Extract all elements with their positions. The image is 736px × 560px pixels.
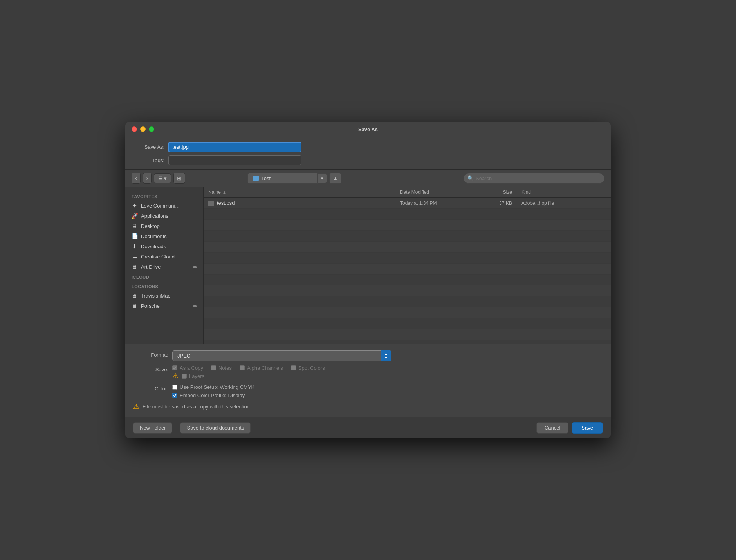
back-button[interactable]: ‹ xyxy=(132,173,141,184)
location-chevron-button[interactable]: ▾ xyxy=(318,173,327,183)
tags-row: Tags: xyxy=(133,155,603,165)
minimize-button[interactable] xyxy=(140,126,146,132)
table-row xyxy=(204,285,611,296)
use-proof-setup-checkbox-row[interactable]: Use Proof Setup: Working CMYK xyxy=(172,384,254,390)
chevron-up-icon: ▲ xyxy=(333,175,338,181)
alpha-channels-label: Alpha Channels xyxy=(247,365,283,371)
new-folder-button[interactable]: New Folder xyxy=(133,422,172,434)
layers-checkbox[interactable] xyxy=(182,374,187,379)
maximize-button[interactable] xyxy=(149,126,154,132)
notes-checkbox-row[interactable]: Notes xyxy=(211,365,232,371)
sidebar-item-love-communi[interactable]: ✦ Love Communi... xyxy=(125,201,203,211)
file-size: 37 KB xyxy=(499,201,512,206)
location-dropdown[interactable]: Test xyxy=(247,173,318,184)
column-date-label: Date Modified xyxy=(400,190,429,195)
sidebar-item-label: Travis's iMac xyxy=(141,293,197,299)
tags-input[interactable] xyxy=(168,155,301,165)
table-row xyxy=(204,307,611,318)
as-copy-checkbox[interactable] xyxy=(172,365,177,370)
creative-cloud-icon: ☁ xyxy=(132,253,138,260)
table-row xyxy=(204,253,611,264)
save-as-input[interactable] xyxy=(168,142,301,152)
sidebar: Favorites ✦ Love Communi... 🚀 Applicatio… xyxy=(125,187,204,344)
cancel-label: Cancel xyxy=(545,425,560,431)
file-date-cell: Today at 1:34 PM xyxy=(395,201,474,206)
save-as-row: Save As: xyxy=(133,142,603,152)
column-size[interactable]: Size xyxy=(474,190,517,195)
table-row xyxy=(204,296,611,307)
embed-color-profile-checkbox[interactable] xyxy=(172,393,177,398)
applications-icon: 🚀 xyxy=(132,213,138,219)
browse-button[interactable]: ⊞ xyxy=(173,173,185,184)
sidebar-item-porsche[interactable]: 🖥 Porsche ⏏ xyxy=(125,301,203,311)
sidebar-item-downloads[interactable]: ⬇ Downloads xyxy=(125,241,203,251)
column-date[interactable]: Date Modified xyxy=(395,190,474,195)
layers-label: Layers xyxy=(189,373,204,379)
sidebar-item-desktop[interactable]: 🖥 Desktop xyxy=(125,221,203,231)
expand-button[interactable]: ▲ xyxy=(329,173,341,184)
art-drive-icon: 🖥 xyxy=(132,264,138,270)
file-icon xyxy=(208,201,214,206)
view-chevron-icon: ▾ xyxy=(164,175,167,181)
table-row xyxy=(204,264,611,275)
file-size-cell: 37 KB xyxy=(474,201,517,206)
format-select[interactable]: JPEG PNG TIFF PDF BMP xyxy=(172,350,391,361)
sidebar-item-art-drive[interactable]: 🖥 Art Drive ⏏ xyxy=(125,262,203,272)
documents-icon: 📄 xyxy=(132,233,138,239)
eject-icon[interactable]: ⏏ xyxy=(193,264,197,269)
footer-right: Cancel Save xyxy=(536,422,603,434)
save-label: Save: xyxy=(133,365,168,372)
forward-button[interactable]: › xyxy=(143,173,152,184)
locations-section-label: Locations xyxy=(125,281,203,291)
notes-label: Notes xyxy=(218,365,232,371)
table-row xyxy=(204,318,611,329)
sidebar-item-applications[interactable]: 🚀 Applications xyxy=(125,211,203,221)
sidebar-item-traviss-imac[interactable]: 🖥 Travis's iMac xyxy=(125,291,203,301)
title-bar: Save As xyxy=(125,122,611,136)
save-to-cloud-label: Save to cloud documents xyxy=(187,425,244,431)
icloud-section-label: iCloud xyxy=(125,272,203,281)
save-to-cloud-button[interactable]: Save to cloud documents xyxy=(180,422,251,434)
save-options-row: Save: As a Copy Notes Alpha Channels xyxy=(133,365,603,380)
downloads-icon: ⬇ xyxy=(132,243,138,249)
eject-icon[interactable]: ⏏ xyxy=(193,303,197,309)
main-area: Favorites ✦ Love Communi... 🚀 Applicatio… xyxy=(125,187,611,344)
table-row[interactable]: test.psd Today at 1:34 PM 37 KB Adobe...… xyxy=(204,198,611,209)
sidebar-item-documents[interactable]: 📄 Documents xyxy=(125,231,203,241)
sidebar-item-creative-cloud[interactable]: ☁ Creative Cloud... xyxy=(125,251,203,262)
alpha-channels-checkbox[interactable] xyxy=(240,365,245,370)
close-button[interactable] xyxy=(132,126,137,132)
table-row xyxy=(204,329,611,340)
file-area: Name ▲ Date Modified Size Kind test.psd xyxy=(204,187,611,344)
spot-colors-checkbox-row[interactable]: Spot Colors xyxy=(291,365,325,371)
alpha-channels-checkbox-row[interactable]: Alpha Channels xyxy=(240,365,283,371)
embed-color-profile-row[interactable]: Embed Color Profile: Display xyxy=(172,392,254,398)
footer: New Folder Save to cloud documents Cance… xyxy=(125,417,611,438)
porsche-icon: 🖥 xyxy=(132,303,138,309)
file-date: Today at 1:34 PM xyxy=(400,201,437,206)
view-button[interactable]: ☰ ▾ xyxy=(154,173,171,183)
as-copy-label: As a Copy xyxy=(180,365,203,371)
use-proof-setup-checkbox[interactable] xyxy=(172,385,177,390)
favorites-section-label: Favorites xyxy=(125,191,203,201)
browse-icon: ⊞ xyxy=(177,175,182,181)
table-row xyxy=(204,242,611,253)
table-row xyxy=(204,209,611,220)
format-select-wrapper: JPEG PNG TIFF PDF BMP ▲ ▼ xyxy=(172,350,391,361)
back-icon: ‹ xyxy=(135,175,137,181)
as-copy-checkbox-row[interactable]: As a Copy xyxy=(172,365,203,371)
search-input[interactable] xyxy=(464,173,604,184)
location-picker: Test ▾ ▲ xyxy=(247,173,341,184)
save-button[interactable]: Save xyxy=(572,422,603,434)
layers-checkbox-row[interactable]: Layers xyxy=(182,373,204,379)
sidebar-item-label: Downloads xyxy=(141,244,197,249)
color-checkboxes: Use Proof Setup: Working CMYK xyxy=(172,384,254,390)
notes-checkbox[interactable] xyxy=(211,365,216,370)
traffic-lights xyxy=(132,126,154,132)
cancel-button[interactable]: Cancel xyxy=(536,422,568,434)
table-row xyxy=(204,231,611,242)
column-name[interactable]: Name ▲ xyxy=(204,190,395,195)
spot-colors-checkbox[interactable] xyxy=(291,365,296,370)
column-kind[interactable]: Kind xyxy=(517,190,611,195)
warning-message-text: File must be saved as a copy with this s… xyxy=(143,404,251,410)
